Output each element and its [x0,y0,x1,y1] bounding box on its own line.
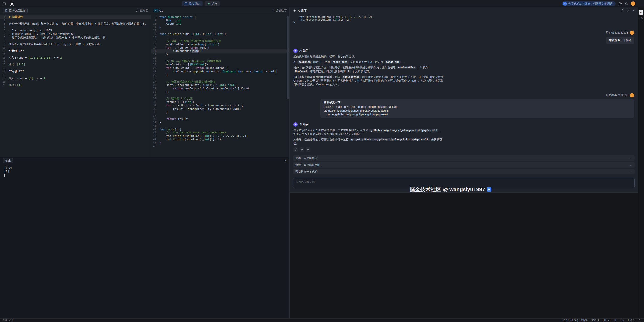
help-icon[interactable]: ? [618,2,622,5]
editor-line[interactable]: 33 result := []int{} [151,100,289,104]
editor-line[interactable]: 7- 题目数据保证答案唯一，换句话说，数组中前 k 个高频元素的集合是唯一的 [0,36,151,39]
editor-line[interactable]: 36 } [151,111,289,114]
message-bubble[interactable]: 帮我修复一下[ERROR] main.go:7:2: no required m… [320,99,634,118]
bell-icon[interactable] [625,2,628,5]
editor-line[interactable]: 24 numCounts = append(numCounts, NumCoun… [151,70,289,73]
editor-line[interactable]: 22 numCounts := []NumCount{} [151,63,289,66]
editor-line[interactable]: 13输入：nums = [1,1,1,2,2,3], k = 2 [0,56,151,60]
editor-line[interactable]: 38 return result [151,117,289,121]
redeem-icon[interactable] [639,17,643,21]
editor-line[interactable]: 20 [0,80,151,84]
thumbs-down-icon[interactable] [306,147,310,152]
editor-line[interactable]: 12 [0,53,151,56]
editor-line[interactable]: 5- 1 <= nums.length <= 10^5 [0,29,151,32]
add-problem-button[interactable]: 添加题目 [182,1,203,6]
editor-line[interactable]: 2 [0,19,151,22]
message-bubble[interactable]: 帮我检查一下代码 [606,37,634,44]
editor-line[interactable]: 27 // 按照出现次数对结构体数组进行排序 [151,80,289,84]
editor-line[interactable]: 4 [0,26,151,29]
share-banner-button[interactable]: 分享代码练习体验，领限量定制周边 [562,1,616,6]
juejin-logo[interactable] [9,2,14,6]
editor-line[interactable]: 41func main() { [151,128,289,131]
editor-line[interactable]: 17**示例 2** [0,70,151,73]
editor-line[interactable]: 16 numCountMap := make(map[int]int) [151,43,289,46]
suggestion-button[interactable]: 给我一些代码提示吧→ [293,162,635,168]
problem-editor[interactable]: 1# 问题描述23给你一个整数数组 nums 和一个整数 k ，请你返回其中出现… [0,14,151,157]
editor-scrollbar[interactable] [287,16,289,99]
editor-line[interactable]: 44 fmt.Println(solution([]int{1}, 1)) [151,138,289,141]
sidebar-toggle-icon[interactable] [3,2,6,5]
user-avatar[interactable] [631,1,635,6]
language-tab[interactable]: GO Go [153,8,164,13]
editor-line[interactable]: 28 sort.Slice(numCounts, func(i, j int) … [151,83,289,87]
encoding-setting[interactable]: UTF-8 [603,319,610,322]
editor-line[interactable]: 11**示例 1** [0,49,151,53]
editor-line[interactable]: 3给你一个整数数组 nums 和一个整数 k ，请你返回其中出现频率前 k 高的… [0,22,151,26]
editor-line[interactable]: 18 numCountMap[num]++ [151,49,289,53]
editor-line[interactable]: 42 // You can add more test cases here [151,131,289,134]
errors-indicator[interactable]: 0 [2,319,7,322]
editor-line[interactable]: 8 [0,39,151,43]
ai-toggle-button[interactable]: AI [639,10,643,15]
editor-line[interactable]: 21 // 将 map 转换为 NumCount 结构体数组 [151,60,289,63]
editor-line[interactable]: 29 return numCounts[i].Count > numCounts… [151,87,289,90]
editor-line[interactable]: 40 [151,124,289,128]
problem-title-tab[interactable]: 查找热点数据 [3,8,28,13]
editor-line[interactable]: 11} [151,26,289,29]
editor-line[interactable]: 26 [151,77,289,80]
history-icon[interactable] [626,9,629,12]
editor-line[interactable]: 10 [0,46,151,50]
editor-line[interactable]: 25 } [151,73,289,77]
cursor-position[interactable]: 行 18, 列 24 (已选择3) [563,319,587,322]
code-editor[interactable]: 8type NumCount struct {9 Num int10 Count… [151,14,289,157]
editor-line[interactable]: 31 [151,94,289,97]
editor-line[interactable]: 20 [151,56,289,60]
editor-line[interactable]: 32 // 取出前 k 个元素 [151,97,289,100]
regenerate-icon[interactable] [293,147,298,152]
indentation-setting[interactable]: 空格: 4 [591,319,599,322]
editor-line[interactable]: 43 fmt.Println(solution([]int{1, 1, 1, 2… [151,134,289,138]
suggestion-button[interactable]: 帮我检查一下代码→ [293,169,635,174]
editor-line[interactable]: 46 [151,145,289,148]
editor-line[interactable]: 15输出：[1,2] [0,63,151,66]
editor-line[interactable]: 18 [0,73,151,77]
expand-icon[interactable] [620,9,623,12]
editor-line[interactable]: 19 } [151,53,289,56]
editor-line[interactable]: 9你所设计算法的时间复杂度必须优于 O(n log n) ，其中 n 是数组大小… [0,43,151,46]
chat-area[interactable]: fmt.Println(solution([]int{1, 1, 1, 2, 2… [290,14,638,153]
editor-line[interactable]: 19输入：nums = [1], k = 1 [0,77,151,80]
editor-line[interactable]: 16 [0,66,151,70]
editor-line[interactable]: 45} [151,141,289,145]
switch-language-button[interactable]: ⇄ 切换语言 [272,9,287,12]
editor-line[interactable]: 13func solution(nums []int, k int) []int… [151,32,289,36]
suggestion-button[interactable]: 需要一点思路提示→ [293,155,635,161]
editor-line[interactable]: 35 result = append(result, numCounts[i].… [151,107,289,111]
editor-line[interactable]: 12 [151,29,289,32]
editor-line[interactable]: 34 for i := 0; i < k && i < len(numCount… [151,104,289,107]
editor-line[interactable]: 21输出：[1] [0,83,151,87]
editor-line[interactable]: 8type NumCount struct { [151,15,289,19]
rename-button[interactable]: 重命名 [136,9,148,12]
output-tab[interactable]: 输出 [3,158,13,163]
editor-line[interactable]: 15 // 创建一个 map 存储数字及其出现的次数 [151,39,289,43]
editor-line[interactable]: 10 Count int [151,22,289,26]
warnings-indicator[interactable]: 0 [9,319,14,322]
run-button[interactable]: 运行 [205,1,220,6]
editor-line[interactable]: 30 }) [151,90,289,94]
thumbs-up-icon[interactable] [300,147,304,152]
editor-line[interactable]: 1# 问题描述 [0,15,151,19]
editor-line[interactable]: 14 [0,60,151,63]
output-close-icon[interactable]: × [284,159,286,162]
editor-line[interactable]: 37 [151,114,289,118]
close-icon[interactable]: × [632,9,634,12]
editor-line[interactable]: 14 [151,36,289,39]
editor-line[interactable]: 23 for num, count := range numCountMap { [151,66,289,70]
editor-line[interactable]: 6- k 的取值范围是 [1, 数组中不相同的元素的个数] [0,32,151,36]
eol-setting[interactable]: LF [614,319,617,322]
editor-line[interactable]: 9 Num int [151,19,289,22]
editor-line[interactable]: 39} [151,121,289,124]
runtime-version[interactable]: 1.22.1 [628,319,635,322]
language-mode[interactable]: Go [621,319,624,322]
editor-line[interactable]: 17 for _, num := range nums { [151,46,289,50]
feedback-bell-icon[interactable] [638,319,641,322]
